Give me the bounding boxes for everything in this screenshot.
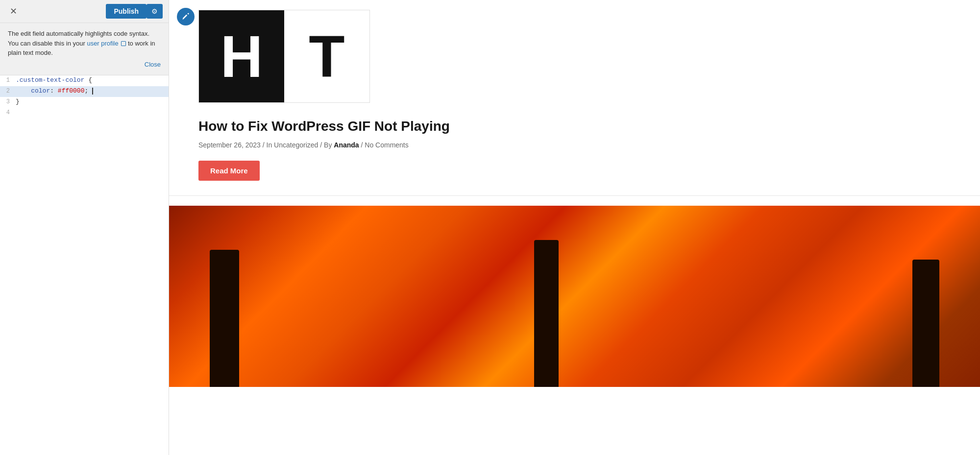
article-meta: September 26, 2023 / In Uncategorized / … xyxy=(198,141,951,149)
ht-logo-left: H xyxy=(199,10,284,102)
line-content-3: } xyxy=(14,97,169,107)
user-profile-link[interactable]: user profile xyxy=(87,40,126,47)
tooltip-close-link[interactable]: Close xyxy=(8,60,161,70)
code-editor[interactable]: 1 .custom-text-color { 2 color: #ff0000;… xyxy=(0,75,169,455)
autumn-image xyxy=(169,206,980,387)
toolbar: ✕ Publish ⚙ xyxy=(0,0,169,23)
tooltip-text: The edit field automatically highlights … xyxy=(8,30,155,56)
code-line-1: 1 .custom-text-color { xyxy=(0,75,169,86)
external-link-icon xyxy=(121,41,126,46)
code-line-2: 2 color: #ff0000; xyxy=(0,86,169,97)
pencil-icon xyxy=(181,12,190,21)
line-number-3: 3 xyxy=(0,97,14,107)
code-line-3: 3 } xyxy=(0,97,169,108)
line-number-1: 1 xyxy=(0,75,14,85)
line-content-1: .custom-text-color { xyxy=(14,75,169,86)
ht-h-letter: H xyxy=(220,27,263,86)
tree-silhouette-mid xyxy=(534,240,559,387)
tooltip-box: The edit field automatically highlights … xyxy=(0,23,169,75)
right-panel: H T How to Fix WordPress GIF Not Playing… xyxy=(169,0,980,455)
publish-group: Publish ⚙ xyxy=(106,4,163,19)
edit-pencil-button[interactable] xyxy=(177,8,195,25)
read-more-button[interactable]: Read More xyxy=(198,161,260,181)
publish-button[interactable]: Publish xyxy=(106,4,147,19)
article-section: How to Fix WordPress GIF Not Playing Sep… xyxy=(169,103,980,196)
code-line-4: 4 xyxy=(0,108,169,119)
ht-logo-right: T xyxy=(284,10,369,102)
line-content-2: color: #ff0000; xyxy=(14,86,169,96)
author-name: Ananda xyxy=(334,141,359,149)
close-x-button[interactable]: ✕ xyxy=(6,4,21,19)
article-title: How to Fix WordPress GIF Not Playing xyxy=(198,118,951,135)
ht-logo: H T xyxy=(198,10,370,103)
line-number-2: 2 xyxy=(0,86,14,96)
settings-button[interactable]: ⚙ xyxy=(147,4,163,19)
autumn-section xyxy=(169,196,980,387)
ht-t-letter: T xyxy=(309,27,344,86)
left-panel: ✕ Publish ⚙ The edit field automatically… xyxy=(0,0,169,455)
line-number-4: 4 xyxy=(0,108,14,118)
